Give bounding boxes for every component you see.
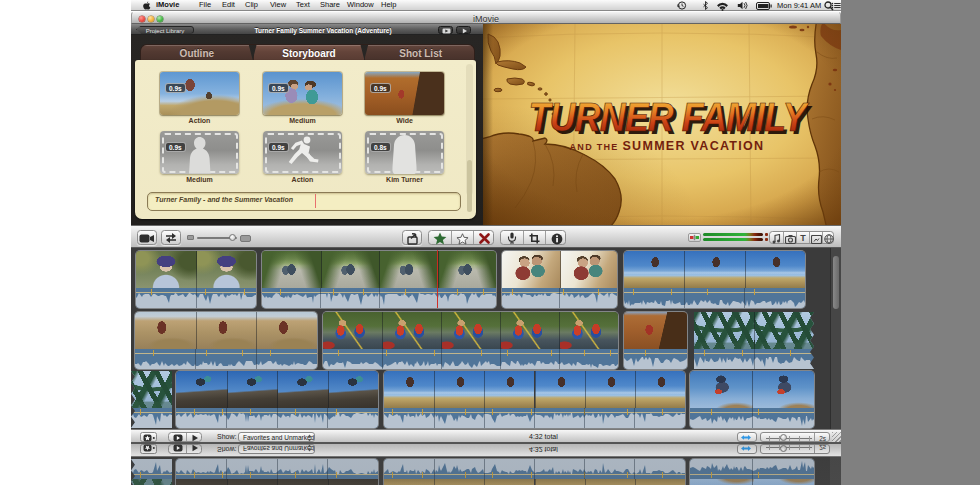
svg-text:AND THE SUMMER VACATION: AND THE SUMMER VACATION xyxy=(570,139,765,153)
svg-text:TURNER FAMILY: TURNER FAMILY xyxy=(529,95,810,139)
